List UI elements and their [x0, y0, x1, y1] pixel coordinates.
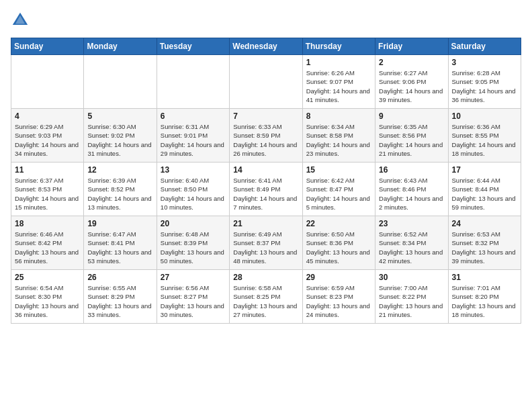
day-number: 30	[379, 273, 444, 282]
day-cell: 21Sunrise: 6:49 AM Sunset: 8:37 PM Dayli…	[230, 216, 302, 270]
day-info: Sunrise: 6:30 AM Sunset: 9:02 PM Dayligh…	[87, 122, 152, 158]
day-info: Sunrise: 6:53 AM Sunset: 8:32 PM Dayligh…	[452, 230, 517, 265]
week-row-4: 18Sunrise: 6:46 AM Sunset: 8:42 PM Dayli…	[11, 216, 521, 270]
day-cell: 16Sunrise: 6:43 AM Sunset: 8:46 PM Dayli…	[375, 163, 448, 216]
day-info: Sunrise: 6:41 AM Sunset: 8:49 PM Dayligh…	[233, 176, 298, 212]
day-cell: 13Sunrise: 6:40 AM Sunset: 8:50 PM Dayli…	[157, 163, 229, 216]
day-cell: 24Sunrise: 6:53 AM Sunset: 8:32 PM Dayli…	[448, 216, 521, 270]
col-header-wednesday: Wednesday	[230, 38, 302, 55]
day-info: Sunrise: 7:00 AM Sunset: 8:22 PM Dayligh…	[379, 283, 444, 319]
day-info: Sunrise: 6:28 AM Sunset: 9:05 PM Dayligh…	[452, 68, 517, 104]
day-cell: 8Sunrise: 6:34 AM Sunset: 8:58 PM Daylig…	[302, 109, 375, 163]
day-info: Sunrise: 6:39 AM Sunset: 8:52 PM Dayligh…	[87, 176, 152, 212]
day-number: 21	[233, 219, 298, 228]
week-row-1: 1Sunrise: 6:26 AM Sunset: 9:07 PM Daylig…	[11, 55, 521, 109]
col-header-friday: Friday	[375, 38, 448, 55]
week-row-3: 11Sunrise: 6:37 AM Sunset: 8:53 PM Dayli…	[11, 163, 521, 216]
day-cell: 3Sunrise: 6:28 AM Sunset: 9:05 PM Daylig…	[448, 55, 521, 109]
day-cell: 26Sunrise: 6:55 AM Sunset: 8:29 PM Dayli…	[84, 270, 157, 324]
day-info: Sunrise: 6:49 AM Sunset: 8:37 PM Dayligh…	[233, 230, 298, 265]
day-number: 28	[233, 273, 298, 282]
day-cell: 23Sunrise: 6:52 AM Sunset: 8:34 PM Dayli…	[375, 216, 448, 270]
day-cell: 15Sunrise: 6:42 AM Sunset: 8:47 PM Dayli…	[302, 163, 375, 216]
day-number: 29	[306, 273, 371, 282]
day-number: 12	[87, 165, 152, 175]
day-info: Sunrise: 6:29 AM Sunset: 9:03 PM Dayligh…	[15, 122, 80, 158]
header-row: SundayMondayTuesdayWednesdayThursdayFrid…	[11, 38, 521, 55]
col-header-thursday: Thursday	[302, 38, 375, 55]
day-info: Sunrise: 6:50 AM Sunset: 8:36 PM Dayligh…	[306, 230, 371, 265]
day-info: Sunrise: 6:55 AM Sunset: 8:29 PM Dayligh…	[87, 283, 152, 319]
day-number: 26	[87, 273, 152, 282]
day-number: 27	[161, 273, 226, 282]
day-cell: 10Sunrise: 6:36 AM Sunset: 8:55 PM Dayli…	[448, 109, 521, 163]
day-number: 2	[379, 58, 444, 67]
page-header	[11, 11, 521, 30]
col-header-tuesday: Tuesday	[157, 38, 229, 55]
day-number: 15	[306, 165, 371, 175]
day-info: Sunrise: 6:59 AM Sunset: 8:23 PM Dayligh…	[306, 283, 371, 319]
day-number: 24	[452, 219, 517, 228]
day-number: 18	[15, 219, 80, 228]
day-number: 8	[306, 111, 371, 121]
day-info: Sunrise: 7:01 AM Sunset: 8:20 PM Dayligh…	[452, 283, 517, 319]
day-info: Sunrise: 6:43 AM Sunset: 8:46 PM Dayligh…	[379, 176, 444, 212]
day-cell: 20Sunrise: 6:48 AM Sunset: 8:39 PM Dayli…	[157, 216, 229, 270]
day-number: 16	[379, 165, 444, 175]
day-cell	[11, 55, 84, 109]
day-cell: 4Sunrise: 6:29 AM Sunset: 9:03 PM Daylig…	[11, 109, 84, 163]
day-info: Sunrise: 6:54 AM Sunset: 8:30 PM Dayligh…	[15, 283, 80, 319]
day-cell	[157, 55, 229, 109]
day-info: Sunrise: 6:56 AM Sunset: 8:27 PM Dayligh…	[161, 283, 226, 319]
day-cell: 31Sunrise: 7:01 AM Sunset: 8:20 PM Dayli…	[448, 270, 521, 324]
day-info: Sunrise: 6:31 AM Sunset: 9:01 PM Dayligh…	[161, 122, 226, 158]
day-number: 25	[15, 273, 80, 282]
day-cell: 30Sunrise: 7:00 AM Sunset: 8:22 PM Dayli…	[375, 270, 448, 324]
day-cell: 1Sunrise: 6:26 AM Sunset: 9:07 PM Daylig…	[302, 55, 375, 109]
day-info: Sunrise: 6:33 AM Sunset: 8:59 PM Dayligh…	[233, 122, 298, 158]
day-number: 22	[306, 219, 371, 228]
day-info: Sunrise: 6:40 AM Sunset: 8:50 PM Dayligh…	[161, 176, 226, 212]
day-number: 5	[87, 111, 152, 121]
day-cell: 29Sunrise: 6:59 AM Sunset: 8:23 PM Dayli…	[302, 270, 375, 324]
day-number: 6	[161, 111, 226, 121]
day-cell: 27Sunrise: 6:56 AM Sunset: 8:27 PM Dayli…	[157, 270, 229, 324]
day-info: Sunrise: 6:26 AM Sunset: 9:07 PM Dayligh…	[306, 68, 371, 104]
day-info: Sunrise: 6:44 AM Sunset: 8:44 PM Dayligh…	[452, 176, 517, 212]
week-row-2: 4Sunrise: 6:29 AM Sunset: 9:03 PM Daylig…	[11, 109, 521, 163]
day-number: 14	[233, 165, 298, 175]
day-number: 17	[452, 165, 517, 175]
day-number: 20	[161, 219, 226, 228]
day-number: 19	[87, 219, 152, 228]
day-number: 1	[306, 58, 371, 67]
day-cell	[230, 55, 302, 109]
day-cell: 6Sunrise: 6:31 AM Sunset: 9:01 PM Daylig…	[157, 109, 229, 163]
day-number: 23	[379, 219, 444, 228]
day-cell: 22Sunrise: 6:50 AM Sunset: 8:36 PM Dayli…	[302, 216, 375, 270]
day-info: Sunrise: 6:36 AM Sunset: 8:55 PM Dayligh…	[452, 122, 517, 158]
day-cell: 28Sunrise: 6:58 AM Sunset: 8:25 PM Dayli…	[230, 270, 302, 324]
day-number: 31	[452, 273, 517, 282]
day-info: Sunrise: 6:27 AM Sunset: 9:06 PM Dayligh…	[379, 68, 444, 104]
day-cell: 19Sunrise: 6:47 AM Sunset: 8:41 PM Dayli…	[84, 216, 157, 270]
logo	[11, 11, 32, 30]
day-number: 10	[452, 111, 517, 121]
day-number: 11	[15, 165, 80, 175]
day-info: Sunrise: 6:34 AM Sunset: 8:58 PM Dayligh…	[306, 122, 371, 158]
day-cell: 7Sunrise: 6:33 AM Sunset: 8:59 PM Daylig…	[230, 109, 302, 163]
day-info: Sunrise: 6:46 AM Sunset: 8:42 PM Dayligh…	[15, 230, 80, 265]
day-cell	[84, 55, 157, 109]
day-info: Sunrise: 6:37 AM Sunset: 8:53 PM Dayligh…	[15, 176, 80, 212]
col-header-sunday: Sunday	[11, 38, 84, 55]
day-number: 9	[379, 111, 444, 121]
col-header-monday: Monday	[84, 38, 157, 55]
week-row-5: 25Sunrise: 6:54 AM Sunset: 8:30 PM Dayli…	[11, 270, 521, 324]
day-info: Sunrise: 6:35 AM Sunset: 8:56 PM Dayligh…	[379, 122, 444, 158]
day-cell: 9Sunrise: 6:35 AM Sunset: 8:56 PM Daylig…	[375, 109, 448, 163]
day-cell: 5Sunrise: 6:30 AM Sunset: 9:02 PM Daylig…	[84, 109, 157, 163]
day-number: 4	[15, 111, 80, 121]
col-header-saturday: Saturday	[448, 38, 521, 55]
day-info: Sunrise: 6:42 AM Sunset: 8:47 PM Dayligh…	[306, 176, 371, 212]
day-number: 13	[161, 165, 226, 175]
day-cell: 25Sunrise: 6:54 AM Sunset: 8:30 PM Dayli…	[11, 270, 84, 324]
